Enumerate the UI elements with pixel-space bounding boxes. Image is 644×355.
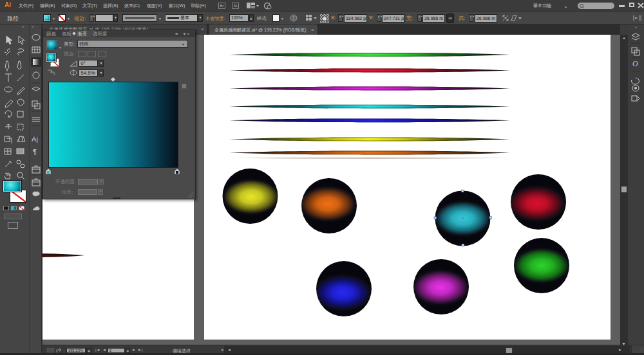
svg-text:O: O xyxy=(632,59,638,68)
svg-text:¶: ¶ xyxy=(33,148,37,156)
svg-text:A|: A| xyxy=(32,135,38,143)
